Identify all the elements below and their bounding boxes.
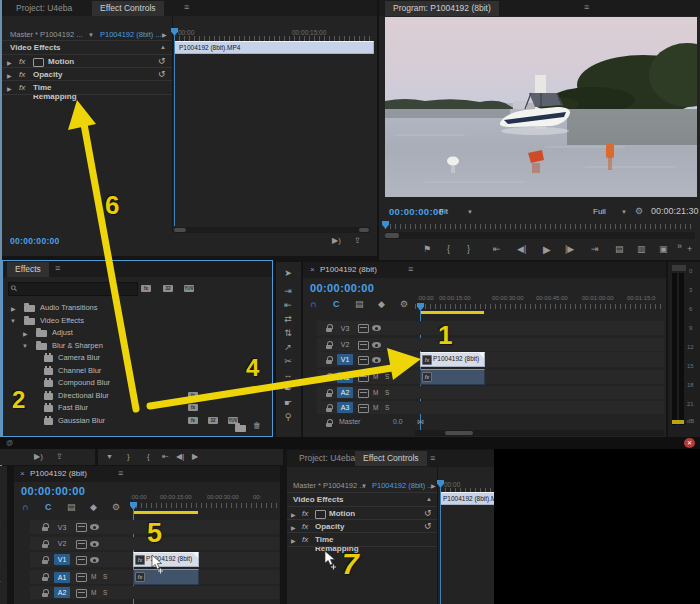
track-select-backward-icon[interactable]: ⇤ [278, 300, 298, 310]
delete-bin-icon[interactable]: 🗑 [253, 421, 261, 430]
timeline-settings-icon[interactable]: ⚙ [112, 502, 120, 512]
effects-search-input[interactable]: ⚲ [8, 282, 138, 296]
mute-button[interactable]: M [91, 573, 96, 580]
sync-lock-icon[interactable] [358, 341, 369, 350]
window-close-button[interactable]: ✕ [684, 438, 695, 448]
track-row-master[interactable]: Master 0.0 ⋈ [317, 417, 664, 429]
solo-button[interactable]: S [385, 404, 389, 411]
track-name[interactable]: A2 [337, 387, 353, 398]
track-name[interactable]: V2 [54, 538, 70, 549]
twirl-icon[interactable]: ▶ [7, 85, 12, 92]
timeline-current-time[interactable]: 00:00:00:00 [310, 282, 374, 294]
timeline-tab[interactable]: P1004192 (8bit) [320, 265, 377, 274]
tab-effect-controls[interactable]: Effect Controls [355, 451, 427, 466]
mute-button[interactable]: M [373, 404, 378, 411]
panel-menu-icon[interactable]: ≡ [118, 468, 123, 478]
master-level[interactable]: 0.0 [393, 418, 403, 425]
master-clip-selector[interactable]: Master * P1004192 ... [10, 30, 83, 39]
tree-item-channel-blur[interactable]: Channel Blur [4, 365, 271, 377]
timeline-current-time[interactable]: 00:00:00:00 [21, 485, 85, 497]
track-name[interactable]: A1 [54, 572, 70, 583]
snap-icon[interactable]: ∩ [22, 502, 29, 512]
track-name[interactable]: V1 [337, 354, 353, 365]
export-frame-icon[interactable]: ▣ [659, 244, 668, 254]
32bit-color-filter-icon[interactable]: 32 [163, 285, 173, 292]
track-row-a3[interactable]: A3 M S [317, 401, 664, 414]
track-visibility-icon[interactable] [372, 342, 381, 348]
track-name[interactable]: V1 [54, 554, 70, 565]
play-around-icon[interactable]: ▶) [332, 236, 341, 245]
dropdown-icon[interactable]: ▼ [88, 32, 94, 38]
yuv-effects-filter-icon[interactable]: YUV [184, 285, 194, 292]
track-name[interactable]: V2 [337, 339, 353, 350]
export-keyframes-icon[interactable]: ⇪ [56, 452, 63, 461]
lift-icon[interactable]: ▤ [615, 244, 624, 254]
track-visibility-icon[interactable] [90, 557, 99, 563]
track-row-v3[interactable]: V3 [317, 321, 664, 335]
collapse-section-icon[interactable]: ▲ [426, 496, 432, 502]
show-timeline-icon[interactable]: ▶ [431, 482, 436, 489]
close-panel-icon[interactable]: × [20, 469, 25, 478]
solo-button[interactable]: S [385, 373, 389, 380]
mark-out-icon[interactable]: } [467, 244, 470, 254]
goto-in-icon[interactable]: ⇤ [493, 244, 501, 254]
add-marker-icon[interactable]: ◆ [90, 502, 97, 512]
step-forward-icon[interactable]: |▶ [565, 244, 574, 254]
ripple-edit-icon[interactable]: ⇄ [278, 314, 298, 324]
zoom-tool-icon[interactable]: ⚲ [278, 412, 298, 422]
mute-button[interactable]: M [373, 373, 378, 380]
nest-indicator-icon[interactable]: ▤ [67, 502, 76, 512]
play-icon[interactable]: ▶ [543, 244, 551, 255]
track-name[interactable]: V3 [54, 522, 70, 533]
track-visibility-icon[interactable] [90, 541, 99, 547]
twirl-icon[interactable]: ▶ [291, 511, 296, 518]
tree-item-adjust[interactable]: ▶ Adjust [4, 327, 271, 339]
chevron-right-icon[interactable]: ▶ [23, 330, 28, 337]
panel-menu-icon[interactable]: ≡ [584, 2, 589, 12]
track-name[interactable]: A1 [337, 372, 353, 383]
tab-project[interactable]: Project: U4eba [8, 1, 80, 16]
tab-effects[interactable]: Effects [7, 262, 49, 277]
sequence-clip-link[interactable]: P1004192 (8bit) ... [372, 481, 434, 490]
lock-icon[interactable] [42, 540, 49, 548]
mute-button[interactable]: M [91, 589, 96, 596]
tab-project[interactable]: Project: U4eba [291, 451, 363, 466]
chevron-down-icon[interactable]: ▼ [10, 318, 16, 324]
lock-icon[interactable] [326, 404, 333, 412]
audio-clip[interactable]: fx [133, 569, 199, 585]
track-visibility-icon[interactable] [90, 524, 99, 530]
rate-stretch-icon[interactable]: ↗ [278, 342, 298, 352]
step-back-icon[interactable]: ◀| [517, 244, 526, 254]
extract-icon[interactable]: ▥ [637, 244, 646, 254]
sync-lock-icon[interactable] [76, 556, 87, 565]
tree-item-compound-blur[interactable]: Compound Blur [4, 377, 271, 389]
lock-icon[interactable] [42, 573, 49, 581]
slip-tool-icon[interactable]: ↔ [278, 370, 298, 380]
chevron-right-icon[interactable]: ▶ [11, 305, 16, 312]
track-row-v1[interactable]: V1 [317, 352, 664, 367]
pen-tool-icon[interactable]: ✒ [278, 384, 298, 394]
video-clip[interactable]: fx P1004192 (8bit) [133, 552, 199, 567]
reset-effect-icon[interactable]: ↺ [158, 69, 166, 79]
linked-selection-icon[interactable]: C [333, 299, 340, 309]
more-buttons-icon[interactable]: » [677, 241, 682, 251]
linked-selection-icon[interactable]: C [45, 502, 52, 512]
tree-item-fast-blur[interactable]: Fast Blur fx [4, 402, 271, 414]
program-current-time[interactable]: 00:00:00:00 [389, 206, 444, 217]
track-select-forward-icon[interactable]: ⇥ [278, 286, 298, 296]
tree-item-directional-blur[interactable]: Directional Blur fx [4, 390, 271, 402]
sync-lock-icon[interactable] [358, 356, 369, 365]
track-name[interactable]: A2 [54, 587, 70, 598]
tab-program[interactable]: Program: P1004192 (8bit) [385, 1, 499, 16]
track-row-a2[interactable]: A2 M S [30, 586, 279, 599]
twirl-icon[interactable]: ▶ [7, 72, 12, 79]
sequence-clip-link[interactable]: P1004192 (8bit) ... [100, 30, 162, 39]
show-timeline-icon[interactable]: ▶ [162, 31, 167, 38]
timeline-tab[interactable]: P1004192 (8bit) [30, 469, 87, 478]
tree-item-audio-transitions[interactable]: ▶ Audio Transitions [4, 302, 271, 314]
tree-item-video-effects[interactable]: ▼ Video Effects [4, 315, 271, 327]
track-name[interactable]: V3 [337, 323, 353, 334]
sync-lock-icon[interactable] [358, 404, 369, 413]
reset-effect-icon[interactable]: ↺ [424, 508, 432, 518]
panel-menu-icon[interactable]: ≡ [184, 2, 189, 12]
